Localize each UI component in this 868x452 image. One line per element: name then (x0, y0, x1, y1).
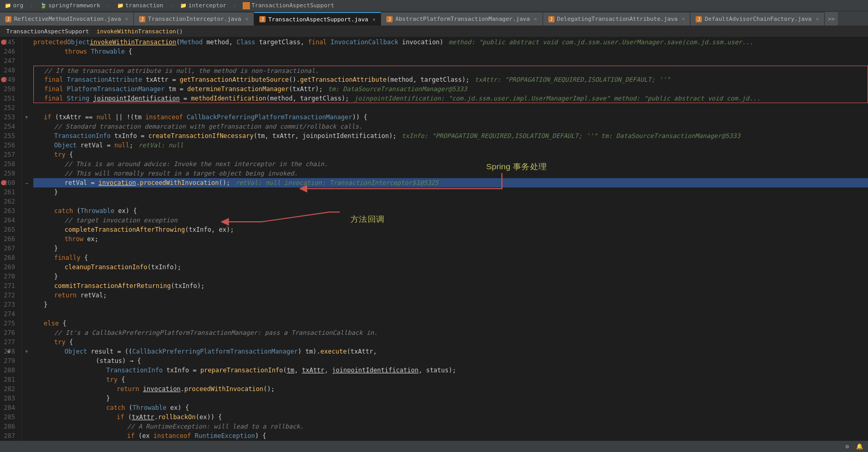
line-258: 258 (0, 159, 17, 169)
code-line-285: if (txAttr.rollbackOn(ex)) { (33, 412, 868, 422)
code-line-248: // If the transaction attribute is null,… (33, 66, 868, 75)
line-271: 271 (0, 281, 17, 291)
code-line-260: retVal = invocation.proceedWithInvocatio… (33, 178, 868, 187)
code-line-270: } (33, 272, 868, 281)
nav-org[interactable]: 📁 org (4, 2, 23, 9)
breadcrumb-class[interactable]: TransactionAspectSupport (6, 28, 89, 35)
code-line-266: throw ex; (33, 234, 868, 244)
code-line-281: try { (33, 375, 868, 384)
nav-springframework[interactable]: 🍃 springframework (40, 2, 100, 9)
line-282: 282 (0, 384, 17, 394)
line-266: 266 (0, 234, 17, 244)
tab-transactioninterceptor[interactable]: J TransactionInterceptor.java × (134, 12, 254, 26)
line-284: 284 (0, 403, 17, 412)
tab-abstractplatform[interactable]: J AbstractPlatformTransactionManager.jav… (381, 12, 543, 26)
tab-close-ti[interactable]: × (245, 16, 248, 22)
code-line-278: Object result = ((CallbackPreferringPlat… (33, 347, 868, 356)
line-264: 264 (0, 216, 17, 225)
code-line-252 (33, 103, 868, 112)
tab-transactionaspectsupport[interactable]: J TransactionAspectSupport.java × (254, 12, 381, 26)
line-276: 276 (0, 328, 17, 337)
fold-icon-253[interactable]: ▼ (25, 115, 28, 120)
code-line-279: (status) → { (33, 356, 868, 366)
code-line-274 (33, 309, 868, 319)
code-line-245: protected Object invokeWithinTransaction… (33, 37, 868, 47)
tab-ti-label: TransactionInterceptor.java (148, 16, 241, 22)
line-256: 256 (0, 141, 17, 150)
line-265: 265 (0, 225, 17, 234)
code-line-257: try { (33, 150, 868, 159)
code-line-246: throws Throwable { (33, 47, 868, 56)
line-251: 251 (0, 94, 17, 103)
tab-close-del[interactable]: × (682, 16, 685, 22)
code-line-268: finally { (33, 253, 868, 262)
code-line-249: final TransactionAttribute txAttr = getT… (33, 75, 868, 84)
settings-icon[interactable]: ⚙ (843, 443, 851, 451)
code-line-282: return invocation.proceedWithInvocation(… (33, 384, 868, 394)
nav-transactionaspectsupport[interactable]: J TransactionAspectSupport (243, 2, 334, 9)
tab-close-ap[interactable]: × (534, 16, 537, 22)
nav-interceptor-label: interceptor (188, 2, 227, 9)
line-246: 246 (0, 47, 17, 56)
tab-close-da[interactable]: × (816, 16, 819, 22)
code-line-283: } (33, 394, 868, 403)
line-281: 281 (0, 375, 17, 384)
code-line-276: // It's a CallbackPreferringPlatformTran… (33, 328, 868, 337)
tab-overflow-button[interactable]: >> (825, 12, 838, 26)
spring-icon: 🍃 (40, 2, 47, 9)
line-277: 277 (0, 337, 17, 347)
tab-delegating[interactable]: J DelegatingTransactionAttribute.java × (543, 12, 691, 26)
line-283: 283 (0, 394, 17, 403)
code-content[interactable]: protected Object invokeWithinTransaction… (31, 37, 868, 452)
line-247: 247 (0, 56, 17, 66)
tab-close-reflective[interactable]: × (125, 16, 128, 22)
folder-transaction-icon: 📁 (117, 2, 124, 9)
tab-close-tas[interactable]: × (372, 17, 375, 22)
tab-del-label: DelegatingTransactionAttribute.java (557, 16, 678, 22)
line-280: 280 (0, 366, 17, 375)
code-line-254: // Standard transaction demarcation with… (33, 122, 868, 131)
line-253: 253 (0, 112, 17, 122)
code-line-284: catch (Throwable ex) { (33, 403, 868, 412)
tab-tas-label: TransactionAspectSupport.java (268, 16, 368, 23)
tab-java-icon-5: J (548, 16, 555, 22)
code-line-250: final PlatformTransactionManager tm = de… (33, 84, 868, 94)
status-bar: ⚙ 🔔 (0, 441, 868, 452)
line-259: 259 (0, 169, 17, 178)
nav-transaction-label: transaction (125, 2, 163, 9)
fold-icon-278[interactable]: ▼ (25, 349, 28, 354)
line-249: 249 (0, 75, 17, 84)
code-line-273: } (33, 300, 868, 309)
line-269: 269 (0, 262, 17, 272)
line-255: 255 (0, 131, 17, 141)
code-line-287: if (ex instanceof RuntimeException) { (33, 431, 868, 441)
code-line-253: if (txAttr == null || !(tm instanceof Ca… (33, 112, 868, 122)
line-286: 286 (0, 422, 17, 431)
nav-interceptor[interactable]: 📁 interceptor (180, 2, 227, 9)
top-navigation: 📁 org › 🍃 springframework › 📁 transactio… (0, 0, 868, 11)
folder-interceptor-icon: 📁 (180, 2, 187, 9)
nav-org-label: org (13, 2, 23, 9)
line-267: 267 (0, 244, 17, 253)
nav-transaction[interactable]: 📁 transaction (117, 2, 163, 9)
code-line-259: // This will normally result in a target… (33, 169, 868, 178)
nav-tas-label: TransactionAspectSupport (251, 2, 334, 9)
code-line-264: // target invocation exception (33, 216, 868, 225)
line-274: 274 (0, 309, 17, 319)
line-252: 252 (0, 103, 17, 112)
code-line-286: // A RuntimeException: will lead to a ro… (33, 422, 868, 431)
code-line-251: final String joinpointIdentification = m… (33, 94, 868, 103)
notification-icon[interactable]: 🔔 (856, 443, 864, 451)
tab-ap-label: AbstractPlatformTransactionManager.java (395, 16, 530, 22)
code-line-275: else { (33, 319, 868, 328)
editor-area: 245 246 247 248 249 250 251 252 253 254 … (0, 37, 868, 452)
code-line-280: TransactionInfo txInfo = prepareTransact… (33, 366, 868, 375)
code-line-267: } (33, 244, 868, 253)
breadcrumb-method[interactable]: invokeWithinTransaction() (97, 28, 183, 35)
tab-defaultadvisor[interactable]: J DefaultAdvisorChainFactory.java × (690, 12, 824, 26)
tab-reflective[interactable]: J ReflectiveMethodInvocation.java × (0, 12, 134, 26)
java-class-icon: J (243, 2, 250, 9)
code-line-271: commitTransactionAfterReturning(txInfo); (33, 281, 868, 291)
tab-java-icon: J (5, 16, 11, 22)
line-268: 268 (0, 253, 17, 262)
